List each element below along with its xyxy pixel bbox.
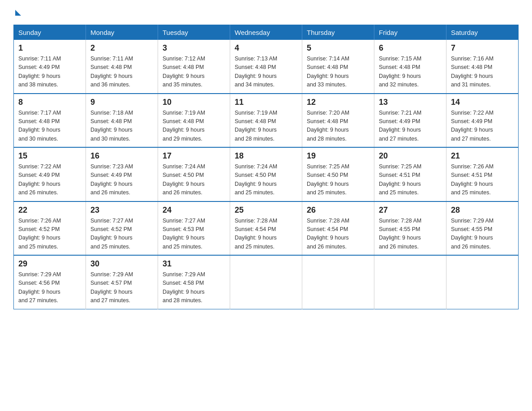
day-number: 3	[163, 43, 225, 53]
day-info: Sunrise: 7:24 AMSunset: 4:50 PMDaylight:…	[235, 163, 297, 197]
calendar-cell: 31Sunrise: 7:29 AMSunset: 4:58 PMDayligh…	[158, 255, 230, 309]
day-info: Sunrise: 7:18 AMSunset: 4:48 PMDaylight:…	[90, 109, 153, 144]
week-row-4: 22Sunrise: 7:26 AMSunset: 4:52 PMDayligh…	[14, 201, 519, 256]
day-number: 7	[451, 43, 514, 53]
day-info: Sunrise: 7:29 AMSunset: 4:58 PMDaylight:…	[163, 270, 225, 305]
calendar-cell: 4Sunrise: 7:13 AMSunset: 4:48 PMDaylight…	[230, 40, 302, 94]
week-row-3: 15Sunrise: 7:22 AMSunset: 4:49 PMDayligh…	[14, 147, 519, 201]
day-info: Sunrise: 7:26 AMSunset: 4:51 PMDaylight:…	[451, 163, 514, 197]
day-info: Sunrise: 7:11 AMSunset: 4:49 PMDaylight:…	[18, 55, 81, 90]
calendar-header-row: SundayMondayTuesdayWednesdayThursdayFrid…	[14, 25, 519, 40]
day-info: Sunrise: 7:28 AMSunset: 4:54 PMDaylight:…	[307, 217, 369, 252]
day-number: 12	[307, 98, 369, 107]
day-info: Sunrise: 7:15 AMSunset: 4:48 PMDaylight:…	[379, 55, 442, 90]
calendar-cell: 23Sunrise: 7:27 AMSunset: 4:52 PMDayligh…	[86, 201, 158, 256]
calendar-cell	[374, 255, 446, 309]
day-info: Sunrise: 7:23 AMSunset: 4:49 PMDaylight:…	[90, 163, 153, 197]
calendar-table: SundayMondayTuesdayWednesdayThursdayFrid…	[13, 25, 519, 309]
day-number: 1	[18, 43, 81, 53]
calendar-cell: 21Sunrise: 7:26 AMSunset: 4:51 PMDayligh…	[446, 147, 519, 201]
calendar-cell: 12Sunrise: 7:20 AMSunset: 4:48 PMDayligh…	[302, 94, 374, 148]
day-number: 25	[235, 206, 297, 215]
day-number: 16	[90, 151, 153, 161]
week-row-5: 29Sunrise: 7:29 AMSunset: 4:56 PMDayligh…	[14, 255, 519, 309]
calendar-cell: 7Sunrise: 7:16 AMSunset: 4:48 PMDaylight…	[446, 40, 519, 94]
day-info: Sunrise: 7:26 AMSunset: 4:52 PMDaylight:…	[18, 217, 81, 252]
calendar-cell: 29Sunrise: 7:29 AMSunset: 4:56 PMDayligh…	[14, 255, 86, 309]
day-number: 17	[163, 151, 225, 161]
day-info: Sunrise: 7:21 AMSunset: 4:49 PMDaylight:…	[379, 109, 442, 144]
day-number: 26	[307, 206, 369, 215]
day-number: 2	[90, 43, 153, 53]
day-number: 19	[307, 151, 369, 161]
day-number: 5	[307, 43, 369, 53]
header-thursday: Thursday	[302, 25, 374, 40]
day-info: Sunrise: 7:22 AMSunset: 4:49 PMDaylight:…	[18, 163, 81, 197]
calendar-cell: 10Sunrise: 7:19 AMSunset: 4:48 PMDayligh…	[158, 94, 230, 148]
week-row-2: 8Sunrise: 7:17 AMSunset: 4:48 PMDaylight…	[14, 94, 519, 148]
calendar-cell: 8Sunrise: 7:17 AMSunset: 4:48 PMDaylight…	[14, 94, 86, 148]
calendar-cell: 5Sunrise: 7:14 AMSunset: 4:48 PMDaylight…	[302, 40, 374, 94]
calendar-cell: 20Sunrise: 7:25 AMSunset: 4:51 PMDayligh…	[374, 147, 446, 201]
day-info: Sunrise: 7:11 AMSunset: 4:48 PMDaylight:…	[90, 55, 153, 90]
page-header	[13, 9, 519, 16]
logo	[13, 9, 21, 16]
day-number: 9	[90, 98, 153, 107]
header-saturday: Saturday	[446, 25, 519, 40]
day-info: Sunrise: 7:25 AMSunset: 4:50 PMDaylight:…	[307, 163, 369, 197]
calendar-cell	[230, 255, 302, 309]
calendar-cell: 14Sunrise: 7:22 AMSunset: 4:49 PMDayligh…	[446, 94, 519, 148]
day-number: 23	[90, 206, 153, 215]
day-number: 6	[379, 43, 442, 53]
day-number: 31	[163, 259, 225, 269]
calendar-cell: 1Sunrise: 7:11 AMSunset: 4:49 PMDaylight…	[14, 40, 86, 94]
header-monday: Monday	[86, 25, 158, 40]
day-info: Sunrise: 7:16 AMSunset: 4:48 PMDaylight:…	[451, 55, 514, 90]
day-info: Sunrise: 7:29 AMSunset: 4:57 PMDaylight:…	[90, 270, 153, 305]
calendar-cell: 11Sunrise: 7:19 AMSunset: 4:48 PMDayligh…	[230, 94, 302, 148]
header-sunday: Sunday	[14, 25, 86, 40]
day-number: 10	[163, 98, 225, 107]
calendar-cell: 25Sunrise: 7:28 AMSunset: 4:54 PMDayligh…	[230, 201, 302, 256]
day-info: Sunrise: 7:28 AMSunset: 4:54 PMDaylight:…	[235, 217, 297, 252]
day-info: Sunrise: 7:28 AMSunset: 4:55 PMDaylight:…	[379, 217, 442, 252]
calendar-cell: 30Sunrise: 7:29 AMSunset: 4:57 PMDayligh…	[86, 255, 158, 309]
calendar-cell: 15Sunrise: 7:22 AMSunset: 4:49 PMDayligh…	[14, 147, 86, 201]
day-number: 28	[451, 206, 514, 215]
day-info: Sunrise: 7:19 AMSunset: 4:48 PMDaylight:…	[235, 109, 297, 144]
header-friday: Friday	[374, 25, 446, 40]
calendar-cell: 19Sunrise: 7:25 AMSunset: 4:50 PMDayligh…	[302, 147, 374, 201]
day-info: Sunrise: 7:12 AMSunset: 4:48 PMDaylight:…	[163, 55, 225, 90]
day-number: 18	[235, 151, 297, 161]
calendar-cell: 18Sunrise: 7:24 AMSunset: 4:50 PMDayligh…	[230, 147, 302, 201]
day-info: Sunrise: 7:29 AMSunset: 4:56 PMDaylight:…	[18, 270, 81, 305]
calendar-cell: 16Sunrise: 7:23 AMSunset: 4:49 PMDayligh…	[86, 147, 158, 201]
day-number: 13	[379, 98, 442, 107]
day-number: 30	[90, 259, 153, 269]
calendar-cell: 26Sunrise: 7:28 AMSunset: 4:54 PMDayligh…	[302, 201, 374, 256]
calendar-cell	[446, 255, 519, 309]
day-number: 8	[18, 98, 81, 107]
calendar-cell: 28Sunrise: 7:29 AMSunset: 4:55 PMDayligh…	[446, 201, 519, 256]
calendar-cell: 3Sunrise: 7:12 AMSunset: 4:48 PMDaylight…	[158, 40, 230, 94]
day-number: 27	[379, 206, 442, 215]
day-info: Sunrise: 7:17 AMSunset: 4:48 PMDaylight:…	[18, 109, 81, 144]
day-number: 15	[18, 151, 81, 161]
day-info: Sunrise: 7:25 AMSunset: 4:51 PMDaylight:…	[379, 163, 442, 197]
day-info: Sunrise: 7:24 AMSunset: 4:50 PMDaylight:…	[163, 163, 225, 197]
header-tuesday: Tuesday	[158, 25, 230, 40]
day-number: 11	[235, 98, 297, 107]
day-number: 22	[18, 206, 81, 215]
day-info: Sunrise: 7:19 AMSunset: 4:48 PMDaylight:…	[163, 109, 225, 144]
calendar-cell: 22Sunrise: 7:26 AMSunset: 4:52 PMDayligh…	[14, 201, 86, 256]
day-number: 21	[451, 151, 514, 161]
day-info: Sunrise: 7:22 AMSunset: 4:49 PMDaylight:…	[451, 109, 514, 144]
day-info: Sunrise: 7:27 AMSunset: 4:52 PMDaylight:…	[90, 217, 153, 252]
calendar-cell: 13Sunrise: 7:21 AMSunset: 4:49 PMDayligh…	[374, 94, 446, 148]
calendar-cell: 6Sunrise: 7:15 AMSunset: 4:48 PMDaylight…	[374, 40, 446, 94]
day-number: 24	[163, 206, 225, 215]
day-number: 29	[18, 259, 81, 269]
day-number: 14	[451, 98, 514, 107]
day-info: Sunrise: 7:20 AMSunset: 4:48 PMDaylight:…	[307, 109, 369, 144]
calendar-cell: 9Sunrise: 7:18 AMSunset: 4:48 PMDaylight…	[86, 94, 158, 148]
